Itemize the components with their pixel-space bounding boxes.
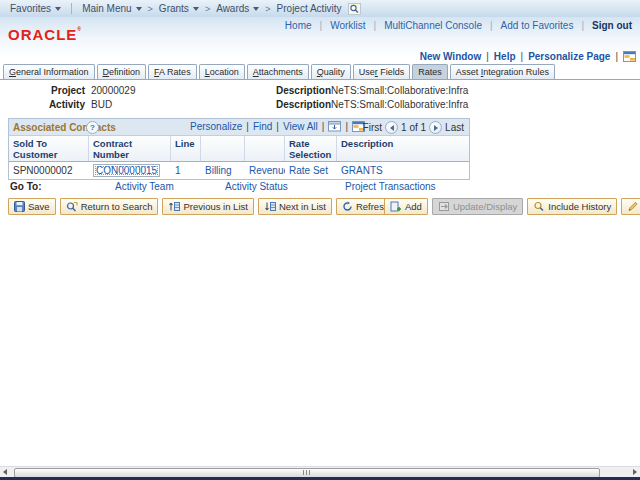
chevron-down-icon bbox=[55, 7, 61, 11]
pager-count: 1 of 1 bbox=[401, 122, 426, 133]
previous-row-icon[interactable] bbox=[385, 121, 398, 134]
cell-revenue: Revenue bbox=[245, 165, 285, 176]
horizontal-scrollbar[interactable] bbox=[0, 466, 640, 477]
cell-rate-selection: Rate Set bbox=[285, 165, 337, 176]
sign-out-link[interactable]: Sign out bbox=[592, 20, 632, 31]
contract-number-link[interactable]: CON0000015 bbox=[93, 164, 160, 177]
grid-column-headers: Sold To Customer Contract Number Line Ra… bbox=[9, 136, 469, 162]
personalize-page-link[interactable]: Personalize Page bbox=[528, 51, 610, 62]
previous-in-list-label: Previous in List bbox=[183, 201, 247, 212]
help-link[interactable]: Help bbox=[494, 51, 516, 62]
help-icon[interactable] bbox=[86, 121, 99, 134]
grid-title: Associated Contracts bbox=[13, 122, 116, 133]
divider bbox=[521, 51, 524, 62]
copy-url-icon[interactable] bbox=[623, 51, 636, 62]
description-label: Description bbox=[276, 99, 331, 110]
home-link[interactable]: Home bbox=[285, 20, 312, 31]
divider bbox=[374, 20, 377, 31]
cell-contract-number: CON0000015 bbox=[89, 164, 171, 177]
breadcrumb-grants[interactable]: Grants bbox=[159, 3, 199, 14]
tab-quality[interactable]: Quality bbox=[311, 64, 351, 79]
next-in-list-label: Next in List bbox=[279, 201, 326, 212]
tab-attachments[interactable]: Attachments bbox=[247, 64, 309, 79]
activity-status-link[interactable]: Activity Status bbox=[225, 181, 288, 192]
divider bbox=[581, 20, 584, 31]
tab-user-fields[interactable]: User Fields bbox=[353, 64, 411, 79]
grid-pager: First 1 of 1 Last bbox=[363, 121, 464, 134]
tab-fa-rates[interactable]: FA Rates bbox=[148, 64, 197, 79]
oracle-logo: ORACLE bbox=[8, 26, 82, 43]
worklist-link[interactable]: Worklist bbox=[330, 20, 365, 31]
tab-rates[interactable]: Rates bbox=[412, 64, 448, 79]
breadcrumb-awards[interactable]: Awards bbox=[216, 3, 259, 14]
tab-asset-integration-rules[interactable]: Asset Integration Rules bbox=[450, 64, 555, 79]
return-to-search-label: Return to Search bbox=[81, 201, 153, 212]
current-page-label: Project Activity bbox=[277, 3, 342, 14]
billing-link[interactable]: Billing bbox=[205, 165, 232, 176]
find-link[interactable]: Find bbox=[253, 121, 272, 132]
project-transactions-link[interactable]: Project Transactions bbox=[345, 181, 436, 192]
page-utility-bar: New Window Help Personalize Page bbox=[420, 51, 636, 62]
activity-team-link[interactable]: Activity Team bbox=[115, 181, 174, 192]
cell-line: 1 bbox=[171, 165, 201, 176]
grants-label: Grants bbox=[159, 3, 189, 14]
pager-first-label: First bbox=[363, 122, 382, 133]
breadcrumb-separator bbox=[265, 3, 270, 14]
cell-billing: Billing bbox=[201, 165, 245, 176]
previous-in-list-button[interactable]: Previous in List bbox=[162, 198, 253, 215]
project-label: Project bbox=[0, 85, 85, 96]
next-in-list-button[interactable]: Next in List bbox=[258, 198, 332, 215]
correct-history-button[interactable]: Correct History bbox=[621, 198, 640, 215]
personalize-link[interactable]: Personalize bbox=[190, 121, 242, 132]
include-history-button[interactable]: Include History bbox=[527, 198, 617, 215]
revenue-link[interactable]: Revenue bbox=[249, 165, 285, 176]
search-icon[interactable] bbox=[348, 3, 361, 15]
next-row-icon[interactable] bbox=[429, 121, 442, 134]
save-button[interactable]: Save bbox=[8, 198, 56, 215]
page-tabs: General Information Definition FA Rates … bbox=[0, 63, 640, 80]
toolbar-left: Save Return to Search Previous in List N… bbox=[8, 198, 395, 215]
activity-description-value: NeTS:Small:Collaborative:Infra bbox=[331, 99, 468, 110]
favorites-menu[interactable]: Favorites bbox=[10, 3, 61, 14]
column-header-rate-selection: Rate Selection bbox=[285, 136, 337, 161]
awards-label: Awards bbox=[216, 3, 249, 14]
favorites-label: Favorites bbox=[10, 3, 51, 14]
description-link[interactable]: GRANTS bbox=[341, 165, 383, 176]
add-button[interactable]: Add bbox=[384, 198, 428, 215]
scroll-left-icon[interactable] bbox=[3, 469, 7, 475]
divider bbox=[71, 3, 72, 14]
portal-links: Home Worklist MultiChannel Console Add t… bbox=[285, 20, 632, 31]
cell-description: GRANTS bbox=[337, 165, 469, 176]
update-display-icon bbox=[438, 201, 450, 212]
pager-last-label: Last bbox=[445, 122, 464, 133]
chevron-down-icon bbox=[193, 7, 199, 11]
add-to-favorites-link[interactable]: Add to Favorites bbox=[501, 20, 574, 31]
scroll-right-icon[interactable] bbox=[633, 469, 637, 475]
rate-set-link[interactable]: Rate Set bbox=[289, 165, 328, 176]
activity-value: BUD bbox=[91, 99, 112, 110]
update-display-label: Update/Display bbox=[453, 201, 517, 212]
next-in-list-icon bbox=[264, 201, 276, 212]
main-menu[interactable]: Main Menu bbox=[82, 3, 141, 14]
divider bbox=[615, 51, 618, 62]
description-label: Description bbox=[276, 85, 331, 96]
tab-general-information[interactable]: General Information bbox=[3, 64, 95, 79]
save-label: Save bbox=[28, 201, 50, 212]
new-window-link[interactable]: New Window bbox=[420, 51, 482, 62]
cell-sold-to-customer: SPN0000002 bbox=[9, 165, 89, 176]
chevron-down-icon bbox=[253, 7, 259, 11]
return-to-search-button[interactable]: Return to Search bbox=[60, 198, 159, 215]
breadcrumb-separator bbox=[205, 3, 210, 14]
activity-label: Activity bbox=[0, 99, 85, 110]
divider bbox=[490, 20, 493, 31]
toolbar-right: Add Update/Display Include History Corre… bbox=[384, 198, 640, 215]
project-row: Project 20000029 Description NeTS:Small:… bbox=[0, 85, 640, 98]
multichannel-console-link[interactable]: MultiChannel Console bbox=[384, 20, 482, 31]
line-link[interactable]: 1 bbox=[175, 165, 181, 176]
add-icon bbox=[390, 201, 402, 212]
tab-definition[interactable]: Definition bbox=[97, 64, 147, 79]
view-all-link[interactable]: View All bbox=[283, 121, 318, 132]
breadcrumb-current-page: Project Activity bbox=[277, 3, 342, 14]
tab-location[interactable]: Location bbox=[199, 64, 245, 79]
download-to-excel-icon[interactable] bbox=[328, 121, 341, 132]
